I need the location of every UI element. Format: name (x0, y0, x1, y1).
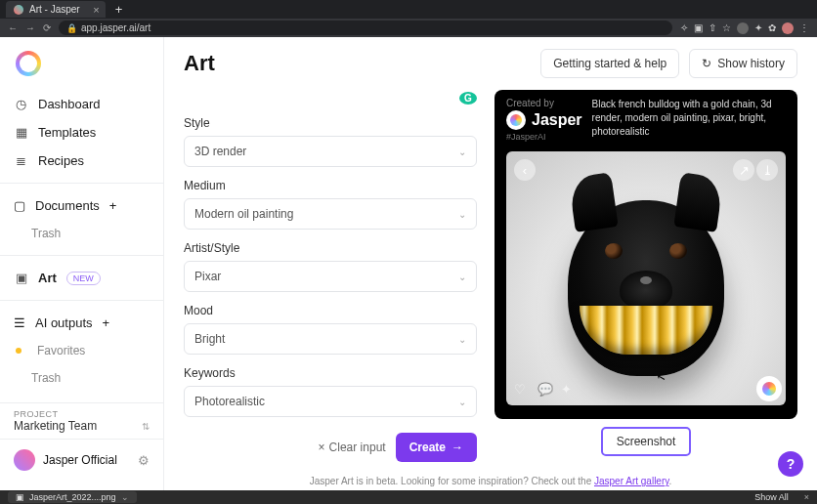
forward-icon[interactable]: → (25, 22, 35, 33)
sidebar-item-label: Favorites (37, 344, 85, 357)
artist-select[interactable]: Pixar ⌄ (184, 261, 477, 292)
browser-tab[interactable]: Art - Jasper × (6, 1, 106, 18)
ext-icon[interactable]: ⇧ (709, 22, 716, 33)
getting-started-button[interactable]: Getting started & help (540, 49, 679, 78)
medium-select[interactable]: Modern oil painting ⌄ (184, 198, 477, 230)
sidebar: ◷ Dashboard ▦ Templates ≣ Recipes ▢ Docu… (0, 37, 164, 490)
list-icon: ≣ (14, 153, 28, 168)
chevron-down-icon: ⌄ (458, 272, 466, 282)
avatar (14, 449, 35, 471)
keywords-select[interactable]: Photorealistic ⌄ (184, 386, 477, 417)
menu-icon[interactable]: ⋮ (799, 22, 809, 33)
tab-favicon (14, 5, 23, 15)
lock-icon: 🔒 (66, 23, 77, 33)
chevron-down-icon: ⌄ (458, 397, 466, 407)
show-history-button[interactable]: ↻ Show history (689, 49, 797, 78)
jasper-logo (506, 110, 526, 130)
tab-title: Art - Jasper (29, 4, 80, 15)
sidebar-item-dashboard[interactable]: ◷ Dashboard (0, 90, 163, 118)
chevron-down-icon[interactable]: ⌄ (121, 492, 129, 502)
download-filename: JasperArt_2022....png (29, 492, 116, 502)
sidebar-item-recipes[interactable]: ≣ Recipes (0, 147, 163, 175)
image-icon: ▣ (14, 271, 28, 285)
reload-icon[interactable]: ⟳ (43, 22, 51, 33)
ext-icon[interactable]: ☆ (722, 22, 731, 33)
chevron-down-icon: ⌄ (458, 209, 466, 220)
prompt-description: Black french bulldog with a gold chain, … (592, 98, 786, 142)
sidebar-item-favorites[interactable]: Favorites (0, 337, 163, 364)
clock-icon: ↻ (702, 57, 711, 70)
ext-icon[interactable]: ▣ (694, 22, 703, 33)
jasper-logo[interactable] (16, 51, 41, 76)
sidebar-item-documents[interactable]: ▢ Documents + (0, 191, 163, 220)
show-all-link[interactable]: Show All (754, 492, 789, 502)
button-label: Getting started & help (553, 57, 666, 70)
ext-icon[interactable] (737, 22, 749, 34)
share-icon[interactable]: ↗ (733, 159, 754, 181)
stack-icon: ☰ (14, 315, 25, 330)
download-chip[interactable]: ▣ JasperArt_2022....png ⌄ (8, 491, 137, 503)
new-tab-button[interactable]: + (115, 2, 123, 17)
sidebar-item-art[interactable]: ▣ Art NEW (0, 264, 163, 292)
sidebar-item-trash[interactable]: Trash (0, 364, 163, 392)
address-bar[interactable]: 🔒 app.jasper.ai/art (59, 21, 672, 35)
profile-icon[interactable] (782, 22, 794, 34)
ext-icon[interactable]: ✧ (680, 22, 688, 33)
plus-icon[interactable]: + (103, 315, 110, 330)
ext-icon[interactable]: ✦ (754, 22, 762, 33)
wand-icon[interactable]: ✦ (561, 382, 577, 398)
chevron-down-icon: ⌄ (458, 334, 466, 345)
url-text: app.jasper.ai/art (81, 22, 150, 33)
generated-image[interactable]: ‹ ↗ ⤓ ♡ 💬 ✦ ↖ (506, 151, 786, 405)
preview-card: Created by Jasper #JasperAI Black french… (494, 90, 797, 419)
screenshot-button[interactable]: Screenshot (601, 427, 692, 456)
project-switcher[interactable]: PROJECT Marketing Team ⇅ (0, 402, 163, 439)
project-label: PROJECT (14, 409, 150, 419)
plus-icon[interactable]: + (109, 198, 117, 213)
form: G Style 3D render ⌄ Medium Modern oil pa… (184, 90, 477, 462)
brand-name: Jasper (532, 111, 582, 129)
user-menu[interactable]: Jasper Official ⚙ (0, 439, 163, 481)
user-name: Jasper Official (43, 453, 117, 467)
heart-icon[interactable]: ♡ (514, 382, 530, 398)
help-fab[interactable]: ? (778, 451, 803, 477)
select-value: Bright (194, 332, 225, 346)
back-icon[interactable]: ‹ (514, 159, 536, 181)
style-select[interactable]: 3D render ⌄ (184, 136, 477, 167)
sidebar-item-label: Documents (35, 198, 100, 213)
browser-extensions: ✧ ▣ ⇧ ☆ ✦ ✿ ⋮ (680, 22, 809, 34)
back-icon[interactable]: ← (8, 22, 18, 33)
button-label: Show history (717, 57, 785, 70)
gallery-link[interactable]: Jasper Art gallery (594, 476, 669, 486)
artist-label: Artist/Style (184, 241, 477, 255)
chevron-updown-icon: ⇅ (142, 421, 150, 432)
mood-select[interactable]: Bright ⌄ (184, 323, 477, 355)
close-icon[interactable]: × (804, 492, 809, 502)
project-value: Marketing Team (14, 419, 97, 433)
grammarly-icon[interactable]: G (459, 92, 477, 105)
browser-tabstrip: Art - Jasper × + (0, 0, 817, 19)
created-by-label: Created by (506, 98, 554, 108)
sidebar-item-trash[interactable]: Trash (0, 220, 163, 247)
create-button[interactable]: Create → (396, 433, 477, 462)
download-icon[interactable]: ⤓ (756, 159, 778, 181)
gear-icon[interactable]: ⚙ (138, 453, 150, 468)
sidebar-item-templates[interactable]: ▦ Templates (0, 118, 163, 147)
close-icon: × (319, 441, 325, 454)
select-value: 3D render (194, 145, 246, 158)
sidebar-item-ai-outputs[interactable]: ☰ AI outputs + (0, 309, 163, 337)
download-bar: ▣ JasperArt_2022....png ⌄ Show All × (0, 490, 817, 504)
new-badge: NEW (66, 272, 101, 285)
sidebar-item-label: AI outputs (35, 315, 93, 330)
sidebar-item-label: Trash (31, 371, 61, 385)
document-icon: ▢ (14, 198, 25, 213)
sidebar-item-label: Recipes (38, 153, 84, 168)
ext-icon[interactable]: ✿ (768, 22, 776, 33)
button-label: Screenshot (617, 435, 676, 448)
chat-icon[interactable]: 💬 (538, 382, 553, 398)
dog-illustration (568, 200, 724, 376)
jasper-logo (758, 378, 780, 399)
grid-icon: ▦ (14, 125, 28, 140)
clear-input-button[interactable]: × Clear input (319, 441, 386, 454)
close-icon[interactable]: × (93, 4, 99, 16)
